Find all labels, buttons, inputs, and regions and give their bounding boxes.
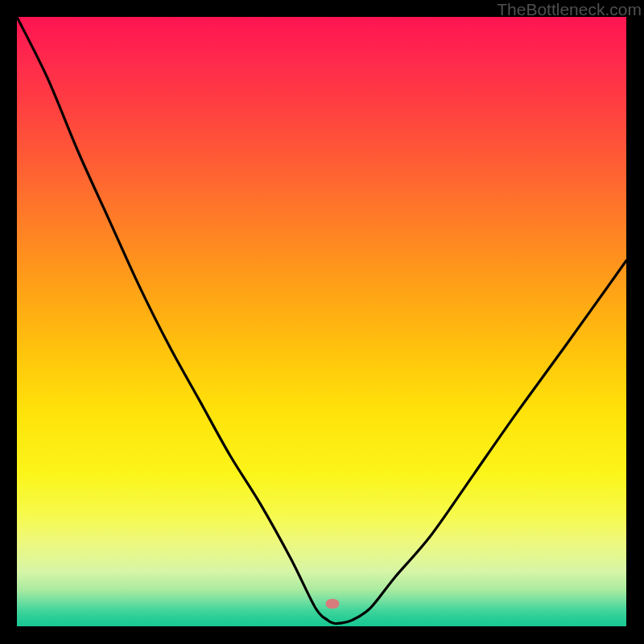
bottleneck-curve bbox=[17, 17, 626, 626]
optimum-marker-icon bbox=[326, 599, 340, 609]
plot-area bbox=[17, 17, 626, 626]
watermark-text: TheBottleneck.com bbox=[497, 0, 642, 19]
